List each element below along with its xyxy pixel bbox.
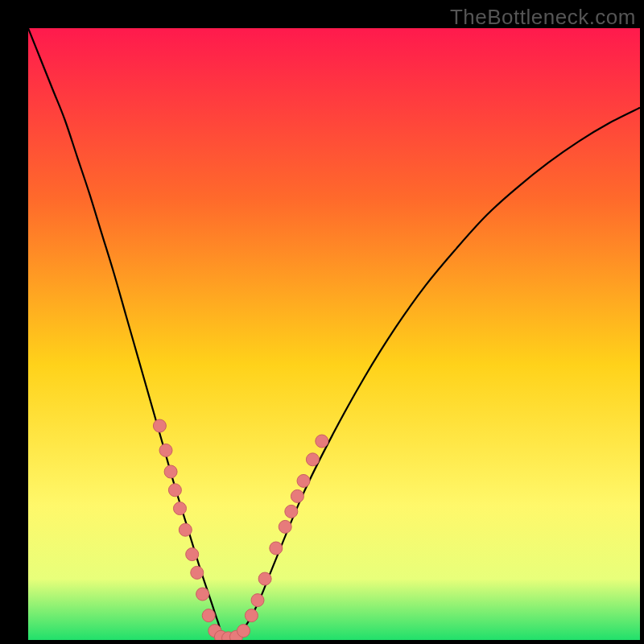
marker-dot [279, 520, 291, 533]
marker-dot [258, 572, 271, 585]
marker-dot [285, 505, 298, 518]
marker-dot [153, 419, 166, 432]
marker-dot [164, 465, 177, 478]
marker-dot [179, 523, 192, 536]
marker-dot [202, 609, 215, 622]
marker-dot [237, 625, 250, 638]
marker-dot [173, 502, 186, 515]
marker-dot [306, 453, 319, 466]
marker-dot [245, 609, 258, 622]
marker-dot [196, 588, 209, 601]
marker-dot [270, 542, 283, 555]
watermark-text: TheBottleneck.com [450, 5, 636, 30]
bottleneck-chart [28, 28, 640, 640]
marker-dot [316, 435, 328, 448]
marker-dot [291, 489, 303, 502]
chart-frame: TheBottleneck.com [0, 0, 644, 644]
marker-dot [251, 594, 264, 607]
marker-dot [191, 566, 204, 579]
marker-dot [159, 444, 172, 456]
marker-dot [168, 484, 181, 497]
marker-dot [186, 548, 199, 561]
gradient-background [28, 28, 640, 640]
marker-dot [297, 474, 310, 487]
